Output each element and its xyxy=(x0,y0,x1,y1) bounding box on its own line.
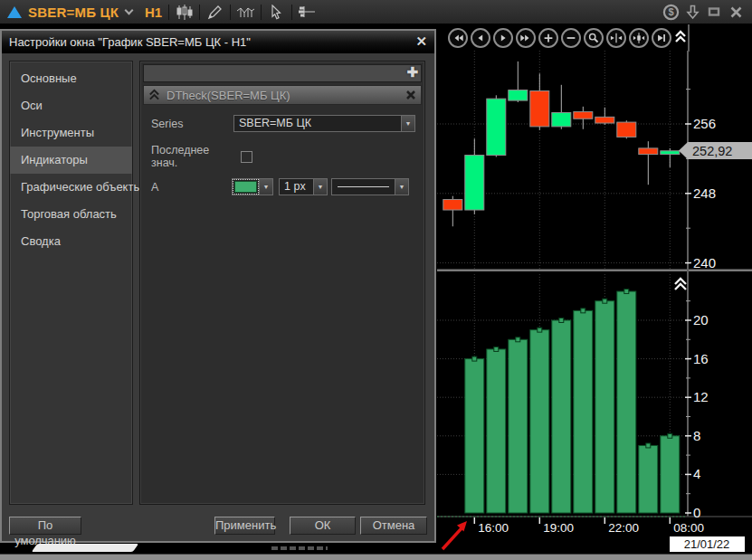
line-style-select[interactable]: ▼ xyxy=(331,178,409,195)
svg-text:252,92: 252,92 xyxy=(692,144,732,158)
app-logo-icon xyxy=(7,6,22,18)
last-value-checkbox[interactable] xyxy=(241,151,252,163)
dialog-sidebar: ОсновныеОсиИнструментыИндикаторыГрафичес… xyxy=(9,61,133,505)
chevron-down-icon[interactable]: ▼ xyxy=(259,179,272,195)
money-icon[interactable]: $ xyxy=(660,1,681,23)
scroll-end-button[interactable] xyxy=(516,28,536,48)
sidebar-item[interactable]: Оси xyxy=(10,92,132,119)
default-button[interactable]: По умолчанию xyxy=(9,517,81,535)
remove-indicator-icon[interactable] xyxy=(405,90,416,100)
svg-text:256: 256 xyxy=(693,116,716,131)
svg-text:12: 12 xyxy=(693,389,709,404)
svg-text:0: 0 xyxy=(693,505,700,520)
collapse-toolbar-icon[interactable] xyxy=(674,29,687,49)
close-icon[interactable] xyxy=(725,1,747,23)
chevron-down-icon[interactable] xyxy=(125,6,134,15)
dialog-close-icon[interactable]: ✕ xyxy=(415,35,427,48)
download-icon[interactable] xyxy=(681,1,703,23)
param-a-label: A xyxy=(151,181,233,194)
collapse-panel-icon xyxy=(675,279,686,289)
svg-text:19:00: 19:00 xyxy=(543,521,574,535)
svg-text:4: 4 xyxy=(693,466,700,481)
trend-arrow-annotation xyxy=(443,521,467,549)
time-axis: 16:0019:0022:0008:00 xyxy=(474,517,704,535)
scroll-left-button[interactable] xyxy=(471,28,490,48)
obscured-content xyxy=(32,544,138,552)
svg-text:240: 240 xyxy=(693,255,716,271)
svg-text:20: 20 xyxy=(693,312,709,327)
series-value: SBER=МБ ЦК xyxy=(234,116,401,131)
color-select[interactable]: ▼ xyxy=(232,178,273,195)
series-select[interactable]: SBER=МБ ЦК ▼ xyxy=(233,115,415,132)
sidebar-item[interactable]: Инструменты xyxy=(10,119,132,147)
chevron-down-icon[interactable]: ▼ xyxy=(401,116,414,131)
application-window: SBER=МБ ЦК H1 $ 256248240201612840252,92… xyxy=(0,0,752,560)
zoom-in-button[interactable] xyxy=(538,28,558,48)
settings-dialog: Настройки окна "График SBER=МБ ЦК - H1" … xyxy=(0,29,436,543)
scroll-right-button[interactable] xyxy=(493,28,513,48)
svg-text:08:00: 08:00 xyxy=(673,521,704,535)
bottom-status-strip xyxy=(0,554,752,560)
line-width-select[interactable]: 1 px ▼ xyxy=(279,178,328,195)
line-width-value: 1 px xyxy=(280,179,313,195)
line-style-sample xyxy=(338,186,389,187)
chevron-down-icon[interactable]: ▼ xyxy=(313,179,327,195)
svg-text:$: $ xyxy=(668,6,673,17)
sidebar-item[interactable]: Основные xyxy=(10,65,132,92)
current-price-tag: 252,92 xyxy=(679,142,752,159)
apply-button[interactable]: Применить xyxy=(214,517,275,535)
svg-text:16: 16 xyxy=(693,351,709,366)
zoom-out-button[interactable] xyxy=(561,28,581,48)
indicator-list-strip: ✚ xyxy=(143,64,422,82)
last-value-label: Последнее знач. xyxy=(151,144,233,169)
dialog-title: Настройки окна "График SBER=МБ ЦК - H1" xyxy=(9,35,251,49)
chart-plot[interactable]: 256248240201612840252,9216:0019:0022:000… xyxy=(437,51,752,554)
go-to-last-button[interactable] xyxy=(652,28,671,48)
indicator-bars-group xyxy=(465,289,680,513)
compress-scale-button[interactable] xyxy=(606,28,626,48)
compress-candles-button[interactable] xyxy=(629,28,649,48)
scroll-start-button[interactable] xyxy=(448,28,468,48)
indicator-title: DTheck(SBER=МБ ЦК) xyxy=(167,89,405,102)
svg-text:22:00: 22:00 xyxy=(608,521,639,535)
collapse-section-icon[interactable] xyxy=(148,89,160,101)
zoom-select-button[interactable] xyxy=(584,28,604,48)
candlestick-style-icon[interactable] xyxy=(172,1,196,23)
ok-button[interactable]: ОК xyxy=(290,517,356,535)
minimize-icon[interactable] xyxy=(703,1,725,23)
sidebar-item[interactable]: Графические объекты xyxy=(10,174,132,201)
sidebar-item[interactable]: Сводка xyxy=(10,228,132,255)
chart-window-titlebar: SBER=МБ ЦК H1 $ xyxy=(0,0,752,24)
chevron-down-icon[interactable]: ▼ xyxy=(395,179,408,195)
candles-group xyxy=(443,62,680,226)
cursor-icon[interactable] xyxy=(264,1,289,23)
timeframe-label[interactable]: H1 xyxy=(145,5,162,20)
chart-area: 256248240201612840252,9216:0019:0022:000… xyxy=(437,24,752,554)
svg-text:16:00: 16:00 xyxy=(478,521,509,535)
date-label: 21/01/22 xyxy=(670,536,745,552)
indicator-header[interactable]: DTheck(SBER=МБ ЦК) xyxy=(143,85,422,105)
chart-type-icon[interactable] xyxy=(233,1,258,23)
series-label: Series xyxy=(151,118,233,130)
add-indicator-button[interactable]: ✚ xyxy=(406,64,418,81)
symbol-title: SBER=МБ ЦК xyxy=(28,5,119,20)
sidebar-item[interactable]: Индикаторы xyxy=(10,147,132,174)
indicator-panel: ✚ DTheck(SBER=МБ ЦК) Series SBER=МБ ЦК ▼… xyxy=(139,61,425,505)
chart-toolbar xyxy=(448,28,674,48)
price-axis-line xyxy=(688,24,690,52)
dialog-titlebar[interactable]: Настройки окна "График SBER=МБ ЦК - H1" … xyxy=(2,31,434,53)
svg-text:248: 248 xyxy=(693,185,716,201)
svg-text:21/01/22: 21/01/22 xyxy=(684,537,730,551)
obscured-content xyxy=(271,546,328,550)
color-swatch xyxy=(234,181,257,193)
svg-text:8: 8 xyxy=(693,428,700,443)
window-controls: $ xyxy=(660,1,752,23)
draw-pencil-icon[interactable] xyxy=(203,1,227,23)
sidebar-item[interactable]: Торговая область xyxy=(10,201,132,228)
quotes-levels-icon[interactable] xyxy=(295,1,319,23)
cancel-button[interactable]: Отмена xyxy=(360,517,427,535)
